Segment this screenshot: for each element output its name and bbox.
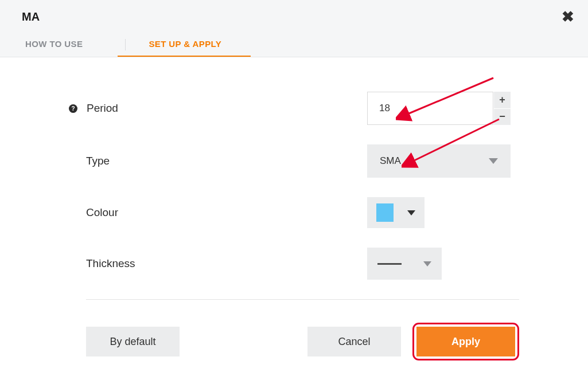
help-icon[interactable]: ? (69, 104, 77, 113)
svg-marker-0 (489, 158, 498, 164)
svg-marker-2 (423, 261, 431, 266)
row-type: Type SMA (86, 144, 519, 178)
default-button[interactable]: By default (86, 327, 180, 356)
thickness-label: Thickness (86, 257, 135, 270)
tab-separator (125, 39, 126, 50)
divider (86, 299, 519, 300)
tab-how-to-use[interactable]: HOW TO USE (25, 39, 94, 57)
thickness-sample (377, 263, 402, 265)
dialog-header: MA ✖ HOW TO USE SET UP & APPLY (0, 0, 588, 57)
row-colour: Colour (86, 197, 519, 228)
type-select[interactable]: SMA (367, 144, 511, 178)
active-tab-underline (118, 56, 251, 57)
chevron-down-icon (407, 207, 415, 218)
chevron-down-icon (423, 258, 431, 269)
period-input[interactable] (367, 92, 493, 125)
colour-select[interactable] (367, 197, 425, 228)
tab-setup-apply[interactable]: SET UP & APPLY (149, 39, 233, 57)
apply-highlight: Apply (412, 323, 519, 360)
chevron-down-icon (489, 155, 498, 167)
period-stepper: + − (367, 92, 511, 125)
footer-buttons: By default Cancel Apply (86, 323, 519, 360)
dialog-title: MA (22, 10, 40, 23)
close-icon[interactable]: ✖ (562, 9, 574, 24)
type-value: SMA (380, 155, 401, 167)
period-decrement-button[interactable]: − (493, 108, 511, 126)
settings-panel: ? Period + − Type SMA (0, 57, 588, 383)
row-period: ? Period + − (86, 92, 519, 125)
svg-marker-1 (407, 210, 415, 215)
period-increment-button[interactable]: + (493, 92, 511, 108)
tabs: HOW TO USE SET UP & APPLY (0, 39, 588, 57)
apply-button[interactable]: Apply (416, 327, 515, 356)
colour-swatch (376, 203, 394, 222)
period-label: Period (87, 102, 118, 115)
row-thickness: Thickness (86, 248, 519, 280)
cancel-button[interactable]: Cancel (307, 327, 401, 356)
colour-label: Colour (86, 206, 118, 219)
thickness-select[interactable] (367, 248, 442, 280)
type-label: Type (86, 155, 110, 167)
